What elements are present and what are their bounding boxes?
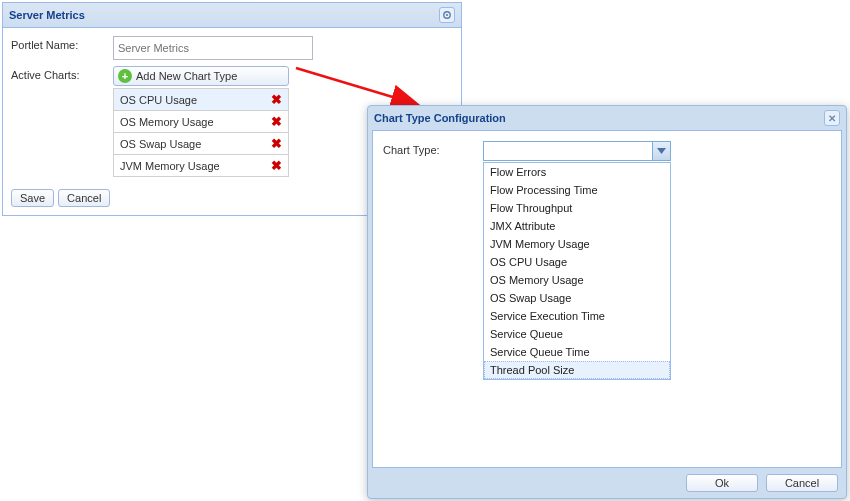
chart-item[interactable]: OS CPU Usage ✖ xyxy=(113,88,289,111)
panel-title: Server Metrics xyxy=(9,9,85,21)
active-charts-label: Active Charts: xyxy=(11,66,113,81)
combo-option[interactable]: JVM Memory Usage xyxy=(484,235,670,253)
remove-icon[interactable]: ✖ xyxy=(271,136,282,151)
chart-item-label: OS Memory Usage xyxy=(120,116,214,128)
add-new-chart-type-label: Add New Chart Type xyxy=(136,70,237,82)
dialog-title: Chart Type Configuration xyxy=(374,112,506,124)
chart-item-label: OS Swap Usage xyxy=(120,138,201,150)
chart-type-dropdown-list: Flow ErrorsFlow Processing TimeFlow Thro… xyxy=(483,162,671,380)
combo-option[interactable]: Flow Processing Time xyxy=(484,181,670,199)
plus-icon: + xyxy=(118,69,132,83)
combo-option[interactable]: Flow Throughput xyxy=(484,199,670,217)
combo-option[interactable]: Service Queue xyxy=(484,325,670,343)
portlet-name-label: Portlet Name: xyxy=(11,36,113,51)
combo-option[interactable]: OS Memory Usage xyxy=(484,271,670,289)
chart-type-config-dialog: Chart Type Configuration ✕ Chart Type: F… xyxy=(367,105,847,499)
combo-option[interactable]: Flow Errors xyxy=(484,163,670,181)
dialog-body: Chart Type: Flow ErrorsFlow Processing T… xyxy=(372,130,842,468)
ok-button[interactable]: Ok xyxy=(686,474,758,492)
gear-icon[interactable] xyxy=(439,7,455,23)
chart-item-label: JVM Memory Usage xyxy=(120,160,220,172)
dialog-footer: Ok Cancel xyxy=(368,468,846,498)
combo-option[interactable]: OS Swap Usage xyxy=(484,289,670,307)
add-new-chart-type-button[interactable]: + Add New Chart Type xyxy=(113,66,289,86)
chart-type-label: Chart Type: xyxy=(383,141,483,156)
panel-header: Server Metrics xyxy=(3,3,461,28)
combo-option[interactable]: Thread Pool Size xyxy=(484,361,670,379)
remove-icon[interactable]: ✖ xyxy=(271,114,282,129)
close-icon[interactable]: ✕ xyxy=(824,110,840,126)
chart-type-input[interactable] xyxy=(483,141,671,161)
active-charts-list: OS CPU Usage ✖ OS Memory Usage ✖ OS Swap… xyxy=(113,88,293,177)
combo-option[interactable]: OS CPU Usage xyxy=(484,253,670,271)
dialog-cancel-button[interactable]: Cancel xyxy=(766,474,838,492)
chart-item[interactable]: OS Memory Usage ✖ xyxy=(113,111,289,133)
remove-icon[interactable]: ✖ xyxy=(271,92,282,107)
combo-option[interactable]: Service Queue Time xyxy=(484,343,670,361)
chart-item[interactable]: OS Swap Usage ✖ xyxy=(113,133,289,155)
dialog-header: Chart Type Configuration ✕ xyxy=(368,106,846,130)
svg-point-1 xyxy=(446,14,448,16)
portlet-name-input[interactable] xyxy=(113,36,313,60)
save-button[interactable]: Save xyxy=(11,189,54,207)
combo-option[interactable]: Service Execution Time xyxy=(484,307,670,325)
chart-item-label: OS CPU Usage xyxy=(120,94,197,106)
chevron-down-icon[interactable] xyxy=(652,142,670,160)
combo-option[interactable]: JMX Attribute xyxy=(484,217,670,235)
chart-type-combo[interactable]: Flow ErrorsFlow Processing TimeFlow Thro… xyxy=(483,141,671,161)
cancel-button[interactable]: Cancel xyxy=(58,189,110,207)
remove-icon[interactable]: ✖ xyxy=(271,158,282,173)
chart-item[interactable]: JVM Memory Usage ✖ xyxy=(113,155,289,177)
